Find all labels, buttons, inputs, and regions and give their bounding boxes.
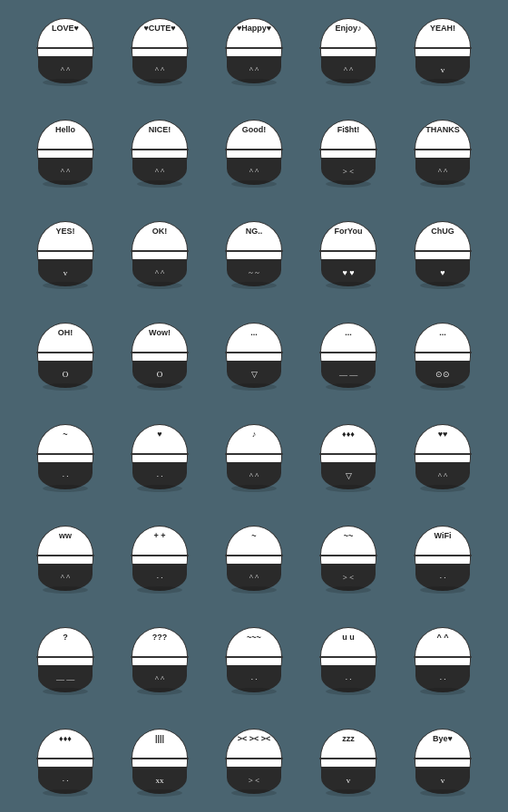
face-expression-29: · · bbox=[440, 574, 446, 582]
emoji-cell-4[interactable]: YEAH!v bbox=[397, 2, 488, 100]
emoji-cell-36[interactable]: ||||xx bbox=[114, 712, 205, 810]
emoji-face-16: Wow!O bbox=[127, 323, 192, 388]
emoji-cell-0[interactable]: LOVE♥^ ^ bbox=[20, 2, 111, 100]
face-label-23: ♦♦♦ bbox=[342, 430, 355, 440]
emoji-face-5: Hello^ ^ bbox=[33, 120, 98, 185]
face-body-12: ~ ~ bbox=[227, 259, 281, 286]
emoji-cell-16[interactable]: Wow!O bbox=[114, 306, 205, 404]
face-label-34: ^ ^ bbox=[436, 633, 448, 643]
face-expression-0: ^ ^ bbox=[61, 66, 71, 74]
emoji-cell-13[interactable]: ForYou♥ ♥ bbox=[303, 205, 394, 303]
emoji-cell-6[interactable]: NICE!^ ^ bbox=[114, 103, 205, 201]
hat-line-15 bbox=[36, 352, 94, 353]
face-expression-16: O bbox=[157, 371, 163, 379]
emoji-cell-26[interactable]: + +· · bbox=[114, 509, 205, 607]
face-expression-13: ♥ ♥ bbox=[343, 269, 355, 277]
emoji-cell-28[interactable]: ~~> < bbox=[303, 509, 394, 607]
face-expression-34: · · bbox=[440, 675, 446, 683]
hat-line-13 bbox=[319, 250, 377, 252]
emoji-cell-11[interactable]: OK!^ ^ bbox=[114, 205, 205, 303]
face-body-36: xx bbox=[132, 767, 187, 794]
face-body-6: ^ ^ bbox=[132, 158, 187, 185]
hat-line-35 bbox=[36, 758, 94, 759]
face-label-13: ForYou bbox=[335, 227, 363, 237]
hat-line-31 bbox=[131, 656, 189, 658]
face-body-26: · · bbox=[132, 564, 187, 591]
face-expression-39: v bbox=[441, 777, 445, 785]
emoji-cell-12[interactable]: NG..~ ~ bbox=[209, 205, 299, 303]
face-body-35: · · bbox=[38, 767, 93, 794]
emoji-face-33: u u· · bbox=[316, 627, 381, 692]
emoji-cell-1[interactable]: ♥CUTE♥^ ^ bbox=[114, 2, 205, 100]
hat-line-25 bbox=[36, 555, 94, 556]
face-expression-27: ^ ^ bbox=[249, 574, 259, 582]
hat-line-16 bbox=[131, 352, 189, 353]
emoji-cell-22[interactable]: ♪^ ^ bbox=[209, 408, 299, 506]
face-body-3: ^ ^ bbox=[321, 56, 376, 83]
hat-line-22 bbox=[225, 453, 283, 455]
face-expression-8: > < bbox=[343, 168, 354, 176]
emoji-face-26: + +· · bbox=[127, 526, 192, 591]
face-body-15: O bbox=[38, 361, 93, 388]
emoji-cell-24[interactable]: ♥♥^ ^ bbox=[397, 408, 488, 506]
face-expression-24: ^ ^ bbox=[438, 472, 448, 480]
emoji-face-34: ^ ^· · bbox=[410, 627, 475, 692]
emoji-cell-19[interactable]: ...⊙⊙ bbox=[397, 306, 488, 404]
emoji-cell-7[interactable]: Good!^ ^ bbox=[209, 103, 299, 201]
emoji-cell-29[interactable]: WiFi· · bbox=[397, 509, 488, 607]
emoji-cell-30[interactable]: ?— — bbox=[20, 611, 111, 709]
emoji-cell-14[interactable]: ChUG♥ bbox=[397, 205, 488, 303]
emoji-face-39: Bye♥v bbox=[410, 729, 475, 794]
emoji-cell-2[interactable]: ♥Happy♥^ ^ bbox=[209, 2, 299, 100]
face-label-39: Bye♥ bbox=[433, 735, 453, 744]
face-expression-30: — — bbox=[56, 675, 74, 683]
emoji-cell-33[interactable]: u u· · bbox=[303, 611, 394, 709]
hat-line-10 bbox=[36, 250, 94, 252]
emoji-face-36: ||||xx bbox=[127, 729, 192, 794]
emoji-cell-35[interactable]: ♦♦♦· · bbox=[20, 712, 111, 810]
face-label-7: Good! bbox=[242, 126, 267, 135]
emoji-cell-5[interactable]: Hello^ ^ bbox=[20, 103, 111, 201]
emoji-face-25: ww^ ^ bbox=[33, 526, 98, 591]
face-label-22: ♪ bbox=[252, 430, 257, 440]
emoji-cell-38[interactable]: zzzv bbox=[303, 712, 394, 810]
emoji-cell-31[interactable]: ???^ ^ bbox=[114, 611, 205, 709]
emoji-face-30: ?— — bbox=[33, 627, 98, 692]
emoji-cell-34[interactable]: ^ ^· · bbox=[397, 611, 488, 709]
emoji-cell-8[interactable]: Fi$ht!> < bbox=[303, 103, 394, 201]
hat-line-11 bbox=[131, 250, 189, 252]
emoji-cell-25[interactable]: ww^ ^ bbox=[20, 509, 111, 607]
face-label-37: >< >< >< bbox=[238, 735, 271, 744]
face-expression-2: ^ ^ bbox=[249, 66, 259, 74]
emoji-cell-32[interactable]: ~~~· · bbox=[209, 611, 299, 709]
emoji-cell-17[interactable]: ...▽ bbox=[209, 306, 299, 404]
face-body-32: · · bbox=[227, 665, 281, 692]
emoji-cell-20[interactable]: ~· · bbox=[20, 408, 111, 506]
face-label-27: ~ bbox=[251, 532, 256, 541]
face-expression-31: ^ ^ bbox=[155, 675, 165, 683]
emoji-cell-23[interactable]: ♦♦♦▽ bbox=[303, 408, 394, 506]
face-body-7: ^ ^ bbox=[227, 158, 281, 185]
emoji-cell-15[interactable]: OH!O bbox=[20, 306, 111, 404]
face-label-33: u u bbox=[342, 633, 355, 643]
emoji-cell-3[interactable]: Enjoy♪^ ^ bbox=[303, 2, 394, 100]
face-expression-18: — — bbox=[339, 371, 357, 379]
emoji-face-6: NICE!^ ^ bbox=[127, 120, 192, 185]
emoji-cell-27[interactable]: ~^ ^ bbox=[209, 509, 299, 607]
face-expression-21: · · bbox=[157, 472, 163, 480]
emoji-cell-21[interactable]: ♥· · bbox=[114, 408, 205, 506]
hat-line-20 bbox=[36, 453, 94, 455]
hat-line-39 bbox=[414, 758, 472, 759]
hat-line-18 bbox=[319, 352, 377, 353]
emoji-cell-39[interactable]: Bye♥v bbox=[397, 712, 488, 810]
emoji-cell-9[interactable]: THANKS^ ^ bbox=[397, 103, 488, 201]
face-expression-6: ^ ^ bbox=[155, 168, 165, 176]
emoji-face-2: ♥Happy♥^ ^ bbox=[221, 18, 287, 83]
face-label-25: ww bbox=[59, 532, 72, 541]
emoji-cell-10[interactable]: YES!v bbox=[20, 205, 111, 303]
emoji-cell-37[interactable]: >< >< ><> < bbox=[209, 712, 299, 810]
emoji-face-7: Good!^ ^ bbox=[221, 120, 287, 185]
emoji-face-20: ~· · bbox=[33, 424, 98, 489]
emoji-cell-18[interactable]: ...— — bbox=[303, 306, 394, 404]
face-body-28: > < bbox=[321, 564, 376, 591]
